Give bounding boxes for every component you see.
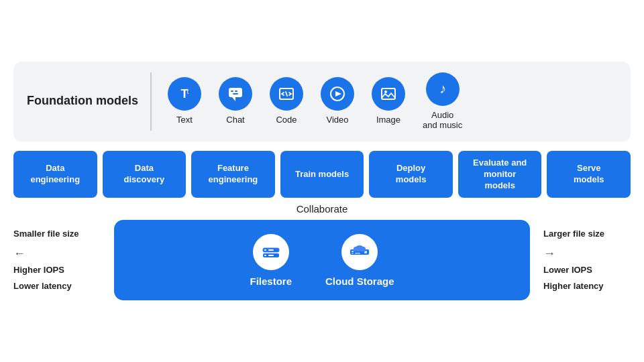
svg-rect-25 [355, 253, 360, 254]
arrow-left-icon: ← [13, 247, 25, 261]
icon-item-image: Image [372, 77, 405, 125]
pipeline-btn-data-engineering[interactable]: Dataengineering [13, 151, 97, 198]
smaller-file-size-label: Smaller file size [13, 227, 101, 241]
main-diagram: Foundation models T t Text [13, 62, 631, 301]
text-icon: T t [168, 77, 201, 111]
video-label: Video [326, 115, 348, 125]
svg-rect-11 [382, 88, 395, 99]
pipeline-btn-data-discovery[interactable]: Datadiscovery [103, 151, 186, 198]
code-icon [270, 77, 303, 111]
svg-text:t: t [187, 88, 189, 95]
svg-rect-2 [229, 88, 242, 97]
left-arrow: ← [13, 247, 101, 261]
foundation-icons: T t Text Chat [152, 72, 462, 131]
icon-item-chat: Chat [219, 77, 252, 125]
storage-left-labels: Smaller file size ← Higher IOPS Lower la… [13, 227, 101, 294]
foundation-title: Foundation models [27, 72, 152, 131]
icon-item-text: T t Text [168, 77, 201, 125]
storage-right-labels: Larger file size → Lower IOPS Higher lat… [543, 227, 631, 294]
code-label: Code [276, 115, 297, 125]
icon-item-video: Video [321, 77, 354, 125]
cloud-storage-label: Cloud Storage [325, 276, 394, 287]
svg-rect-22 [352, 251, 354, 252]
collaborate-label: Collaborate [13, 203, 631, 215]
foundation-row: Foundation models T t Text [13, 62, 631, 141]
svg-rect-4 [231, 90, 233, 92]
pipeline-btn-deploy-models[interactable]: Deploymodels [369, 151, 453, 198]
lower-iops-label: Lower IOPS [543, 263, 592, 278]
svg-rect-23 [352, 253, 354, 254]
pipeline-btn-serve-models[interactable]: Servemodels [547, 151, 631, 198]
pipeline-btn-train-models[interactable]: Train models [280, 151, 364, 198]
cloud-storage-icon [341, 234, 378, 270]
video-icon [321, 77, 354, 111]
higher-latency-label: Higher latency [543, 280, 604, 294]
svg-marker-3 [232, 97, 235, 101]
text-label: Text [176, 115, 193, 125]
svg-text:♪: ♪ [439, 81, 446, 96]
svg-point-12 [384, 90, 387, 93]
svg-rect-16 [264, 249, 266, 251]
pipeline-row: Dataengineering Datadiscovery Featureeng… [13, 151, 631, 198]
svg-rect-30 [354, 249, 366, 251]
icon-item-audio: ♪ Audio and music [423, 72, 462, 131]
higher-iops-label: Higher IOPS [13, 263, 101, 278]
icon-item-code: Code [270, 77, 303, 125]
audio-label: Audio and music [423, 110, 462, 131]
lower-latency-label: Lower latency [13, 280, 101, 294]
audio-icon: ♪ [426, 72, 460, 106]
cloud-storage-item: Cloud Storage [325, 234, 394, 287]
svg-rect-5 [235, 90, 237, 92]
svg-rect-20 [268, 255, 274, 256]
larger-file-size-label: Larger file size [543, 227, 604, 241]
filestore-item: Filestore [250, 234, 292, 287]
pipeline-btn-evaluate-monitor[interactable]: Evaluate andmonitor models [458, 151, 542, 198]
image-icon [372, 77, 405, 111]
storage-box: Filestore [114, 220, 530, 300]
filestore-icon [253, 234, 289, 270]
storage-section: Smaller file size ← Higher IOPS Lower la… [13, 220, 631, 300]
svg-line-8 [286, 92, 287, 96]
svg-rect-6 [233, 93, 238, 95]
svg-rect-17 [268, 249, 274, 251]
svg-marker-10 [335, 91, 341, 97]
filestore-label: Filestore [250, 276, 292, 287]
chat-icon [219, 77, 252, 111]
image-label: Image [376, 115, 400, 125]
chat-label: Chat [226, 115, 244, 125]
arrow-right-icon: → [543, 247, 555, 261]
svg-rect-19 [264, 255, 266, 256]
pipeline-btn-feature-engineering[interactable]: Featureengineering [191, 151, 275, 198]
right-arrow: → [543, 247, 555, 261]
